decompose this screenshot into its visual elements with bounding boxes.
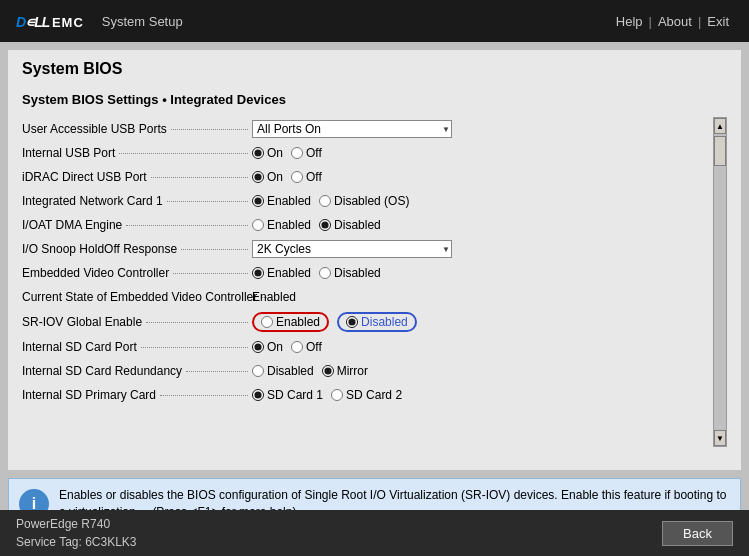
help-link[interactable]: Help bbox=[612, 14, 647, 29]
radio-sd-redundancy-disabled[interactable]: Disabled bbox=[252, 364, 314, 378]
radio-sd-card1[interactable]: SD Card 1 bbox=[252, 388, 323, 402]
section-title: System BIOS Settings • Integrated Device… bbox=[22, 92, 727, 107]
value-video-ctrl: Enabled Disabled bbox=[252, 266, 713, 280]
back-button[interactable]: Back bbox=[662, 521, 733, 546]
scroll-thumb[interactable] bbox=[714, 136, 726, 166]
dell-logo-text: D∊LL bbox=[16, 14, 52, 30]
radio-network-card: Enabled Disabled (OS) bbox=[252, 194, 409, 208]
radio-ioat-disabled[interactable]: Disabled bbox=[319, 218, 381, 232]
about-link[interactable]: About bbox=[654, 14, 696, 29]
exit-link[interactable]: Exit bbox=[703, 14, 733, 29]
footer: PowerEdge R740 Service Tag: 6C3KLK3 Back bbox=[0, 510, 749, 556]
select-wrapper-usb-ports: All Ports On Only Back Ports On All Port… bbox=[252, 120, 452, 138]
value-usb-ports: All Ports On Only Back Ports On All Port… bbox=[252, 120, 713, 138]
radio-sd-redundancy-mirror[interactable]: Mirror bbox=[322, 364, 368, 378]
radio-idrac-usb: On Off bbox=[252, 170, 322, 184]
radio-sriov: Enabled Disabled bbox=[252, 312, 417, 332]
setting-row-idrac-usb: iDRAC Direct USB Port On Off bbox=[22, 165, 713, 189]
value-snoop: 2K Cycles 1K Cycles 512 Cycles 256 Cycle… bbox=[252, 240, 713, 258]
radio-video-ctrl-enabled[interactable]: Enabled bbox=[252, 266, 311, 280]
setting-row-snoop: I/O Snoop HoldOff Response 2K Cycles 1K … bbox=[22, 237, 713, 261]
emc-logo-text: EMC bbox=[52, 15, 84, 30]
scrollbar[interactable]: ▲ ▼ bbox=[713, 117, 727, 447]
footer-model: PowerEdge R740 bbox=[16, 515, 662, 533]
radio-video-ctrl-disabled[interactable]: Disabled bbox=[319, 266, 381, 280]
label-sd-primary: Internal SD Primary Card bbox=[22, 388, 252, 402]
setting-row-network-card: Integrated Network Card 1 Enabled Disabl… bbox=[22, 189, 713, 213]
radio-internal-usb: On Off bbox=[252, 146, 322, 160]
settings-container: User Accessible USB Ports All Ports On O… bbox=[22, 117, 727, 447]
setting-row-sd-redundancy: Internal SD Card Redundancy Disabled Mir… bbox=[22, 359, 713, 383]
label-network-card: Integrated Network Card 1 bbox=[22, 194, 252, 208]
value-ioat: Enabled Disabled bbox=[252, 218, 713, 232]
setting-row-usb-ports: User Accessible USB Ports All Ports On O… bbox=[22, 117, 713, 141]
radio-sd-card2[interactable]: SD Card 2 bbox=[331, 388, 402, 402]
label-usb-ports: User Accessible USB Ports bbox=[22, 122, 252, 136]
service-tag-value: 6C3KLK3 bbox=[85, 535, 136, 549]
radio-network-disabled-os[interactable]: Disabled (OS) bbox=[319, 194, 409, 208]
radio-video-ctrl: Enabled Disabled bbox=[252, 266, 381, 280]
label-idrac-usb: iDRAC Direct USB Port bbox=[22, 170, 252, 184]
setting-row-internal-usb: Internal USB Port On Off bbox=[22, 141, 713, 165]
footer-info: PowerEdge R740 Service Tag: 6C3KLK3 bbox=[16, 515, 662, 551]
header-nav: Help | About | Exit bbox=[612, 14, 733, 29]
radio-idrac-usb-off[interactable]: Off bbox=[291, 170, 322, 184]
select-wrapper-snoop: 2K Cycles 1K Cycles 512 Cycles 256 Cycle… bbox=[252, 240, 452, 258]
value-idrac-usb: On Off bbox=[252, 170, 713, 184]
scroll-down-button[interactable]: ▼ bbox=[714, 430, 726, 446]
footer-service-tag: Service Tag: 6C3KLK3 bbox=[16, 533, 662, 551]
radio-internal-usb-on[interactable]: On bbox=[252, 146, 283, 160]
select-snoop[interactable]: 2K Cycles 1K Cycles 512 Cycles 256 Cycle… bbox=[252, 240, 452, 258]
label-internal-usb: Internal USB Port bbox=[22, 146, 252, 160]
header-title: System Setup bbox=[102, 14, 612, 29]
label-sriov: SR-IOV Global Enable bbox=[22, 315, 252, 329]
label-ioat: I/OAT DMA Engine bbox=[22, 218, 252, 232]
main-content: System BIOS System BIOS Settings • Integ… bbox=[8, 50, 741, 470]
setting-row-video-state: Current State of Embedded Video Controll… bbox=[22, 285, 713, 309]
radio-network-enabled[interactable]: Enabled bbox=[252, 194, 311, 208]
value-network-card: Enabled Disabled (OS) bbox=[252, 194, 713, 208]
radio-sd-primary: SD Card 1 SD Card 2 bbox=[252, 388, 402, 402]
value-sd-primary: SD Card 1 SD Card 2 bbox=[252, 388, 713, 402]
label-snoop: I/O Snoop HoldOff Response bbox=[22, 242, 252, 256]
header: D∊LL EMC System Setup Help | About | Exi… bbox=[0, 0, 749, 42]
label-video-ctrl: Embedded Video Controller bbox=[22, 266, 252, 280]
radio-sd-redundancy: Disabled Mirror bbox=[252, 364, 368, 378]
radio-ioat-enabled[interactable]: Enabled bbox=[252, 218, 311, 232]
value-internal-usb: On Off bbox=[252, 146, 713, 160]
radio-sriov-disabled[interactable]: Disabled bbox=[337, 312, 417, 332]
radio-internal-usb-off[interactable]: Off bbox=[291, 146, 322, 160]
label-sd-redundancy: Internal SD Card Redundancy bbox=[22, 364, 252, 378]
setting-row-video-ctrl: Embedded Video Controller Enabled Disabl… bbox=[22, 261, 713, 285]
radio-sd-port: On Off bbox=[252, 340, 322, 354]
label-sd-port: Internal SD Card Port bbox=[22, 340, 252, 354]
radio-idrac-usb-on[interactable]: On bbox=[252, 170, 283, 184]
label-video-state: Current State of Embedded Video Controll… bbox=[22, 290, 252, 304]
radio-ioat: Enabled Disabled bbox=[252, 218, 381, 232]
value-sriov: Enabled Disabled bbox=[252, 312, 713, 332]
video-state-text: Enabled bbox=[252, 290, 296, 304]
value-video-state: Enabled bbox=[252, 290, 713, 304]
setting-row-ioat: I/OAT DMA Engine Enabled Disabled bbox=[22, 213, 713, 237]
select-usb-ports[interactable]: All Ports On Only Back Ports On All Port… bbox=[252, 120, 452, 138]
dell-emc-logo: D∊LL EMC bbox=[16, 13, 84, 30]
value-sd-redundancy: Disabled Mirror bbox=[252, 364, 713, 378]
scroll-up-button[interactable]: ▲ bbox=[714, 118, 726, 134]
radio-sd-port-off[interactable]: Off bbox=[291, 340, 322, 354]
radio-sriov-enabled[interactable]: Enabled bbox=[252, 312, 329, 332]
service-tag-label: Service Tag: bbox=[16, 535, 82, 549]
setting-row-sd-port: Internal SD Card Port On Off bbox=[22, 335, 713, 359]
setting-row-sriov: SR-IOV Global Enable Enabled Disabled bbox=[22, 309, 713, 335]
settings-scroll[interactable]: User Accessible USB Ports All Ports On O… bbox=[22, 117, 713, 447]
value-sd-port: On Off bbox=[252, 340, 713, 354]
setting-row-sd-primary: Internal SD Primary Card SD Card 1 SD Ca… bbox=[22, 383, 713, 407]
radio-sd-port-on[interactable]: On bbox=[252, 340, 283, 354]
page-title: System BIOS bbox=[22, 60, 727, 82]
